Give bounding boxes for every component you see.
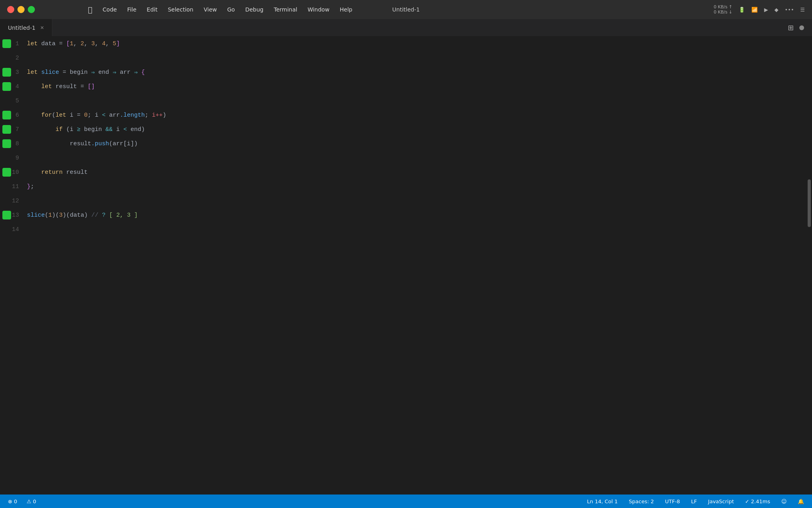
apple-menu[interactable]:  xyxy=(83,4,97,15)
token-open-bracket-1: [ xyxy=(66,40,70,47)
token-comma-3: , xyxy=(95,40,102,47)
menu-view[interactable]: View xyxy=(199,5,222,14)
token-5: 5 xyxy=(113,40,116,47)
gutter-row-1: 1 xyxy=(0,37,24,51)
indentation[interactable]: Spaces: 2 xyxy=(627,498,655,505)
token-data-ref: data xyxy=(70,212,84,219)
token-arr-2: arr xyxy=(109,112,120,119)
breakpoint-12[interactable] xyxy=(2,196,11,205)
menu-edit[interactable]: Edit xyxy=(142,5,162,14)
token-close-bracket-1: ] xyxy=(116,40,120,47)
maximize-button[interactable] xyxy=(28,6,35,13)
encoding[interactable]: UTF-8 xyxy=(663,498,682,505)
code-line-11: }; xyxy=(24,179,806,194)
breakpoint-5[interactable] xyxy=(2,96,11,105)
token-empty-array: [] xyxy=(88,83,95,90)
gutter-row-6: 6 xyxy=(0,108,24,122)
tab-close-icon[interactable]: ✕ xyxy=(40,25,44,31)
token-let-1: let xyxy=(27,40,41,47)
breakpoint-1[interactable] xyxy=(2,39,11,48)
status-left: ⊗ 0 ⚠ 0 xyxy=(6,498,38,505)
close-button[interactable] xyxy=(7,6,14,13)
titlebar:  Code File Edit Selection View Go Debug… xyxy=(0,0,812,19)
code-editor[interactable]: let data = [1, 2, 3, 4, 5] let slice = b… xyxy=(24,37,806,495)
window-controls xyxy=(0,6,79,13)
token-0: 0 xyxy=(84,112,88,119)
gutter-row-9: 9 xyxy=(0,151,24,165)
breakpoint-4[interactable] xyxy=(2,82,11,91)
minimize-button[interactable] xyxy=(17,6,25,13)
token-begin: begin xyxy=(70,69,91,76)
token-paren-open-1: ( xyxy=(52,112,56,119)
warning-count[interactable]: ⚠ 0 xyxy=(25,498,38,505)
token-question: ? xyxy=(102,212,109,219)
token-lt-2: < xyxy=(123,126,130,133)
code-line-8: result.push(arr[i]) xyxy=(24,137,806,151)
profile-icon[interactable]: ◆ xyxy=(774,7,778,13)
list-icon[interactable]: ☰ xyxy=(800,7,805,13)
token-i-2: i xyxy=(95,112,102,119)
breakpoint-9[interactable] xyxy=(2,154,11,162)
scrollbar-track[interactable] xyxy=(806,37,812,495)
menu-window[interactable]: Window xyxy=(303,5,334,14)
token-semicolon: ; xyxy=(31,183,34,190)
token-eq-1: = xyxy=(59,40,66,47)
tab-bar: Untitled-1 ✕ ⊞ xyxy=(0,19,812,37)
token-paren-open-2: ( xyxy=(66,126,70,133)
token-eq-6: = xyxy=(77,112,84,119)
breakpoint-6[interactable] xyxy=(2,111,11,119)
breakpoint-11[interactable] xyxy=(2,182,11,191)
play-icon[interactable]: ▶ xyxy=(764,7,768,13)
breakpoint-7[interactable] xyxy=(2,125,11,134)
token-bracket-open-2: [ xyxy=(123,140,127,147)
scrollbar-thumb[interactable] xyxy=(808,179,811,227)
code-line-3: let slice = begin ⇒ end ⇒ arr ⇒ { xyxy=(24,65,806,79)
breakpoint-3[interactable] xyxy=(2,68,11,77)
menu-go[interactable]: Go xyxy=(222,5,239,14)
breakpoint-2[interactable] xyxy=(2,54,11,62)
menu-terminal[interactable]: Terminal xyxy=(269,5,302,14)
token-iinc: i++ xyxy=(152,112,163,119)
token-data: data xyxy=(41,40,59,47)
bell-icon[interactable]: 🔔 xyxy=(796,498,806,505)
token-semi-1: ; xyxy=(88,112,95,119)
token-1: 1 xyxy=(70,40,73,47)
breakpoint-14[interactable] xyxy=(2,225,11,234)
gutter-row-10: 10 xyxy=(0,165,24,179)
token-p4: ) xyxy=(63,212,66,219)
token-let-6: let xyxy=(56,112,70,119)
token-result-2: result xyxy=(70,140,91,147)
timing: ✓ 2.41ms xyxy=(743,498,772,505)
tab-actions: ⊞ xyxy=(788,23,812,32)
tab-circle-icon xyxy=(799,25,804,30)
gutter-row-13: 13 xyxy=(0,208,24,222)
split-editor-icon[interactable]: ⊞ xyxy=(788,23,794,32)
line-num-3: 3 xyxy=(11,69,24,76)
line-num-12: 12 xyxy=(11,198,24,204)
breakpoint-13[interactable] xyxy=(2,211,11,219)
token-result-3: result xyxy=(66,169,88,176)
gutter-row-5: 5 xyxy=(0,94,24,108)
more-icon[interactable]: ••• xyxy=(785,7,794,13)
menu-help[interactable]: Help xyxy=(335,5,357,14)
tab-untitled-1[interactable]: Untitled-1 ✕ xyxy=(0,19,52,36)
breakpoint-8[interactable] xyxy=(2,139,11,148)
error-count[interactable]: ⊗ 0 xyxy=(6,498,19,505)
token-paren-close-2: ) xyxy=(141,126,145,133)
gutter-row-3: 3 xyxy=(0,65,24,79)
eol[interactable]: LF xyxy=(689,498,699,505)
menu-selection[interactable]: Selection xyxy=(163,5,198,14)
token-let-3: let xyxy=(27,69,41,76)
menu-file[interactable]: File xyxy=(123,5,141,14)
smiley-icon[interactable]: ☺ xyxy=(779,498,788,505)
status-bar: ⊗ 0 ⚠ 0 Ln 14, Col 1 Spaces: 2 UTF-8 LF … xyxy=(0,495,812,508)
breakpoint-10[interactable] xyxy=(2,168,11,177)
token-comma-4: , xyxy=(105,40,113,47)
token-return: return xyxy=(41,169,66,176)
menu-code[interactable]: Code xyxy=(98,5,122,14)
language-mode[interactable]: JavaScript xyxy=(707,498,735,505)
gutter-row-7: 7 xyxy=(0,122,24,137)
menu-debug[interactable]: Debug xyxy=(240,5,268,14)
cursor-position[interactable]: Ln 14, Col 1 xyxy=(586,498,619,505)
token-i-5: i xyxy=(127,140,130,147)
